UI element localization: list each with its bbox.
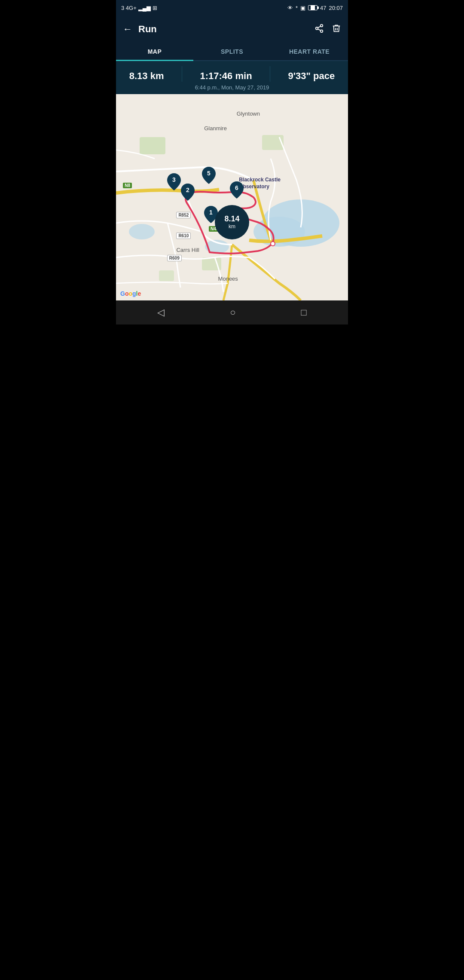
route-pin-5: 5 bbox=[201, 166, 217, 185]
svg-rect-10 bbox=[140, 137, 165, 154]
eye-icon: 👁 bbox=[287, 5, 293, 11]
svg-text:2: 2 bbox=[186, 187, 189, 193]
nav-back-button[interactable]: ◁ bbox=[157, 307, 165, 318]
route-endpoint: 8.14 km bbox=[215, 205, 249, 239]
tabs: MAP SPLITS HEART RATE bbox=[116, 43, 348, 61]
tab-heartrate[interactable]: HEART RATE bbox=[271, 43, 348, 60]
svg-rect-11 bbox=[262, 135, 284, 150]
place-monees: Monees bbox=[218, 276, 238, 282]
route-pin-6: 6 bbox=[229, 181, 244, 199]
stat-distance: 8.13 km bbox=[129, 70, 164, 82]
nav-bar: ◁ ○ □ bbox=[116, 300, 348, 325]
nav-recent-button[interactable]: □ bbox=[301, 307, 307, 318]
divider bbox=[182, 66, 182, 82]
app-header: ← Run bbox=[116, 15, 348, 43]
status-left: 3 4G+ ▂▄▆ ⊞ bbox=[121, 5, 157, 11]
status-right: 👁 * ▣ 47 20:07 bbox=[287, 5, 343, 11]
vibrate-icon: ▣ bbox=[300, 5, 305, 11]
map-area: Glyntown Glanmire Carrs Hill Monees Blac… bbox=[116, 94, 348, 300]
share-button[interactable] bbox=[314, 24, 324, 35]
svg-line-4 bbox=[318, 26, 321, 28]
bluetooth-icon: * bbox=[296, 5, 298, 11]
status-bar: 3 4G+ ▂▄▆ ⊞ 👁 * ▣ 47 20:07 bbox=[116, 0, 348, 15]
network-signal: 3 4G+ bbox=[121, 5, 137, 11]
svg-point-0 bbox=[321, 24, 323, 27]
svg-point-14 bbox=[271, 242, 275, 246]
google-logo: Google bbox=[120, 290, 141, 297]
stats-bar: 8.13 km 1:17:46 min 9'33" pace 6:44 p.m.… bbox=[116, 61, 348, 94]
header-actions bbox=[314, 24, 341, 35]
divider2 bbox=[270, 66, 270, 82]
svg-text:5: 5 bbox=[207, 170, 211, 177]
stats-date: 6:44 p.m., Mon, May 27, 2019 bbox=[120, 83, 344, 91]
place-glanmire: Glanmire bbox=[204, 125, 227, 132]
battery-level: 47 bbox=[320, 5, 326, 11]
svg-text:1: 1 bbox=[209, 209, 213, 216]
clock: 20:07 bbox=[329, 5, 343, 11]
place-carrs-hill: Carrs Hill bbox=[176, 247, 199, 253]
svg-point-2 bbox=[321, 30, 323, 32]
stat-pace: 9'33" pace bbox=[288, 70, 335, 82]
battery-icon bbox=[308, 5, 317, 10]
road-r852: R852 bbox=[176, 212, 191, 218]
signal-bars: ▂▄▆ bbox=[138, 5, 151, 11]
nav-home-button[interactable]: ○ bbox=[230, 307, 235, 318]
delete-button[interactable] bbox=[332, 24, 341, 35]
wifi-icon: ⊞ bbox=[153, 5, 157, 11]
tab-map[interactable]: MAP bbox=[116, 43, 193, 60]
svg-rect-13 bbox=[159, 270, 174, 281]
back-button[interactable]: ← bbox=[123, 24, 132, 35]
place-glyntown: Glyntown bbox=[237, 110, 260, 117]
svg-point-1 bbox=[316, 27, 318, 30]
route-pin-2: 2 bbox=[180, 183, 195, 202]
svg-point-8 bbox=[129, 224, 155, 239]
page-title: Run bbox=[138, 24, 314, 35]
road-n8: N8 bbox=[123, 183, 132, 188]
road-r609: R609 bbox=[167, 255, 182, 261]
svg-line-3 bbox=[318, 29, 321, 31]
road-r610: R610 bbox=[176, 233, 191, 239]
svg-text:6: 6 bbox=[235, 184, 238, 191]
stat-duration: 1:17:46 min bbox=[200, 70, 252, 82]
tab-splits[interactable]: SPLITS bbox=[193, 43, 271, 60]
svg-text:3: 3 bbox=[172, 176, 176, 183]
